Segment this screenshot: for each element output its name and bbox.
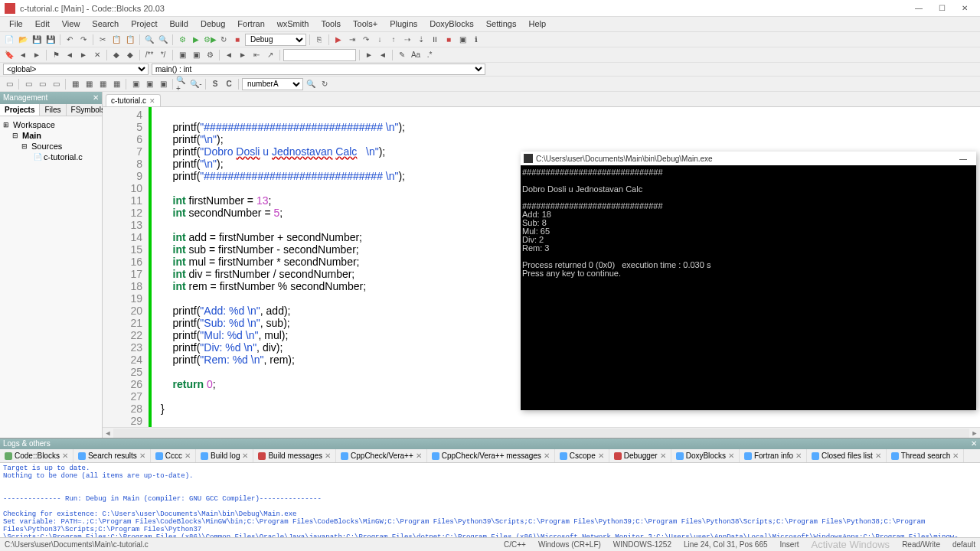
sel-line-icon[interactable]: ▭ [36,78,48,90]
rebuild-icon[interactable]: ↻ [217,34,230,46]
doxy-run-icon[interactable]: ▣ [176,49,188,61]
sel-col-icon[interactable]: ▭ [50,78,62,90]
next-line-icon[interactable]: ↷ [360,34,372,46]
menu-plugins[interactable]: Plugins [384,17,423,31]
menu-search[interactable]: Search [86,17,125,31]
debug-run-icon[interactable]: ▶ [332,34,345,46]
menu-wxsmith[interactable]: wxSmith [271,17,315,31]
toggle-source-icon[interactable]: ⎘ [313,34,325,46]
build-icon[interactable]: ⚙ [176,34,188,46]
tree-workspace[interactable]: Workspace [13,120,55,129]
save-all-icon[interactable]: 💾 [44,34,57,46]
log-tab-cccc[interactable]: Cccc✕ [151,449,196,462]
menu-doxyblocks[interactable]: DoxyBlocks [423,17,479,31]
menu-fortran[interactable]: Fortran [231,17,270,31]
nav-last-icon[interactable]: ⇤ [250,49,263,61]
console-titlebar[interactable]: C:\Users\user\Documents\Main\bin\Debug\M… [521,152,976,165]
cut-icon[interactable]: ✂ [96,34,109,46]
chk-icon[interactable]: C [223,78,235,90]
comment-line-icon[interactable]: */ [157,49,169,61]
log-tab-build-log[interactable]: Build log✕ [196,449,253,462]
save-icon[interactable]: 💾 [31,34,43,46]
tab-files[interactable]: Files [40,104,66,116]
open-icon[interactable]: 📂 [17,34,29,46]
menu-view[interactable]: View [56,17,87,31]
log-tab-debugger[interactable]: Debugger✕ [609,449,671,462]
menu-tools+[interactable]: Tools+ [347,17,384,31]
menu-help[interactable]: Help [522,17,552,31]
search-go-icon[interactable]: ► [363,49,375,61]
case-icon[interactable]: Aa [410,49,422,61]
symbol-go-icon[interactable]: 🔍 [305,78,317,90]
doxy-icon[interactable]: ◆ [110,49,122,61]
menu-edit[interactable]: Edit [29,17,56,31]
bookmark-prev-icon[interactable]: ◄ [17,49,29,61]
log-tab-search-results[interactable]: Search results✕ [74,449,151,462]
log-tab-cscope[interactable]: Cscope✕ [555,449,609,462]
close-button[interactable]: ✕ [954,2,975,15]
tree-file[interactable]: c-tutorial.c [44,152,83,161]
menu-build[interactable]: Build [163,17,194,31]
flag-icon[interactable]: ⚑ [50,49,62,61]
doxy2-icon[interactable]: ◆ [124,49,136,61]
bookmark-next-icon[interactable]: ► [31,49,43,61]
doxy-html-icon[interactable]: ▣ [190,49,202,61]
redo-icon[interactable]: ↷ [77,34,90,46]
scope-global-select[interactable]: <global> [3,64,149,75]
log-tab-build-messages[interactable]: Build messages✕ [253,449,336,462]
run-to-cursor-icon[interactable]: ⇥ [346,34,358,46]
maximize-button[interactable]: ☐ [931,2,952,15]
management-close-icon[interactable]: ✕ [93,93,99,103]
log-tab-closed-files-list[interactable]: Closed files list✕ [807,449,887,462]
nav-back-icon[interactable]: ◄ [223,49,235,61]
unfold-icon[interactable]: ▣ [143,78,155,90]
menu-settings[interactable]: Settings [480,17,523,31]
log-tab-thread-search[interactable]: Thread search✕ [887,449,964,462]
build-target-select[interactable]: Debug [245,34,306,46]
log-tab-cppcheck-vera-[interactable]: CppCheck/Vera++✕ [336,449,427,462]
info-icon[interactable]: ℹ [470,34,482,46]
editor-hscroll[interactable]: ◄► [103,427,980,438]
fold-all-icon[interactable]: ▣ [157,78,169,90]
menu-project[interactable]: Project [125,17,163,31]
log-tab-cppcheck-vera-messages[interactable]: CppCheck/Vera++ messages✕ [427,449,555,462]
step-out-icon[interactable]: ↑ [387,34,400,46]
log-tab-doxyblocks[interactable]: DoxyBlocks✕ [671,449,740,462]
ws-icon[interactable]: ▦ [69,78,81,90]
tree-folder[interactable]: Sources [31,142,62,151]
minimize-button[interactable]: — [908,2,929,15]
break-icon[interactable]: ⏸ [429,34,441,46]
nav-jump-icon[interactable]: ↗ [264,49,276,61]
flag-clear-icon[interactable]: ✕ [91,49,103,61]
search-field[interactable] [283,49,356,61]
doxy-config-icon[interactable]: ⚙ [204,49,216,61]
step-into-icon[interactable]: ↓ [374,34,386,46]
comment-block-icon[interactable]: /** [143,49,155,61]
sel-brace-icon[interactable]: ▭ [22,78,34,90]
undo-icon[interactable]: ↶ [64,34,76,46]
copy-icon[interactable]: 📋 [110,34,122,46]
scope-func-select[interactable]: main() : int [152,64,485,75]
menu-tools[interactable]: Tools [315,17,347,31]
build-run-icon[interactable]: ⚙▶ [204,34,216,46]
src-fmt-icon[interactable]: S [209,78,221,90]
log-tab-code-blocks[interactable]: Code::Blocks✕ [0,449,74,462]
symbol-select[interactable]: numberA [242,78,303,90]
menu-file[interactable]: File [3,17,29,31]
menu-debug[interactable]: Debug [194,17,231,31]
logs-close-icon[interactable]: ✕ [971,439,977,448]
regex-icon[interactable]: .* [423,49,436,61]
sel-normal-icon[interactable]: ▭ [3,78,15,90]
step-instr-icon[interactable]: ⇣ [415,34,427,46]
log-tab-fortran-info[interactable]: Fortran info✕ [740,449,807,462]
highlight-icon[interactable]: ✎ [396,49,408,61]
console-minimize-icon[interactable]: — [953,155,973,163]
paste-icon[interactable]: 📋 [124,34,136,46]
next-instr-icon[interactable]: ⇢ [401,34,413,46]
zoom-in-icon[interactable]: 🔍+ [176,78,188,90]
abort-icon[interactable]: ■ [231,34,243,46]
guides-icon[interactable]: ▦ [110,78,122,90]
symbol-refresh-icon[interactable]: ↻ [318,78,331,90]
debug-windows-icon[interactable]: ▣ [456,34,469,46]
search-prev-icon[interactable]: ◄ [377,49,389,61]
